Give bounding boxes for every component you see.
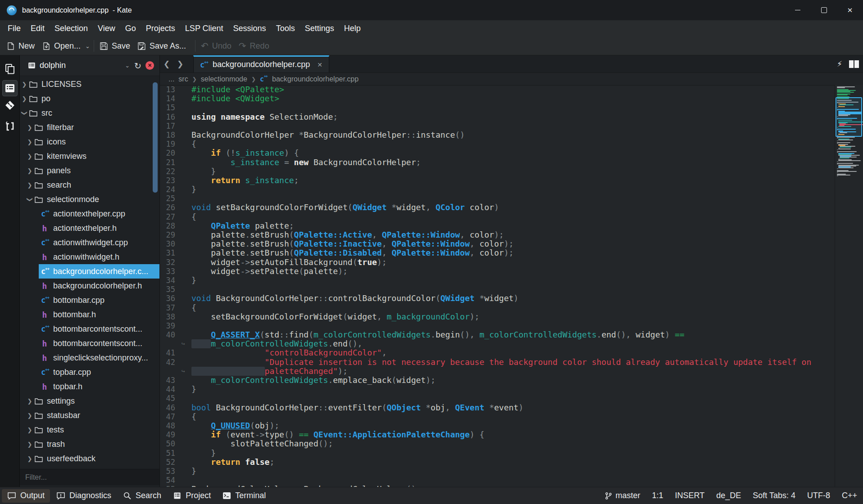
tree-item-trash[interactable]: ❯trash [20,437,159,451]
code-line-38[interactable]: 38 setBackgroundColorForWidget(widget, m… [160,312,835,321]
code-line-41[interactable]: 41 "controlBackgroundColor", [160,348,835,357]
minimap-viewport[interactable] [836,97,862,137]
tree-item-tests[interactable]: ❯tests [20,423,159,437]
tree-item-bottombarcontentscont-[interactable]: c++bottombarcontentscont... [20,322,159,336]
tree-item-backgroundcolorhelper-h[interactable]: hbackgroundcolorhelper.h [20,279,159,293]
code-line-29[interactable]: 29 palette.setBrush(QPalette::Active, QP… [160,230,835,239]
project-header[interactable]: dolphin ⌄ ↻ ✕ [20,55,159,76]
code-line-14[interactable]: 14#include <QWidget> [160,94,835,103]
save-button[interactable]: Save [100,41,130,51]
code-line-20[interactable]: 20 if (!s_instance) { [160,148,835,158]
code-line-22[interactable]: 22 } [160,167,835,176]
code-line-25[interactable]: 25 [160,194,835,203]
filter-input[interactable] [20,469,159,485]
sidebar-tool-git[interactable] [2,97,18,113]
menu-help[interactable]: Help [339,20,366,37]
code-line-19[interactable]: 19{ [160,140,835,148]
tree-item-bottombar-cpp[interactable]: c++bottombar.cpp [20,293,159,307]
code-line-15[interactable]: 15 [160,103,835,112]
tree-item-topbar-cpp[interactable]: c++topbar.cpp [20,365,159,379]
open-button[interactable]: Open... [42,41,81,51]
code-line-32[interactable]: 32 widget->setAutoFillBackground(true); [160,258,835,267]
expand-arrow-icon[interactable]: ❯ [26,412,33,419]
minimap[interactable] [835,85,863,487]
tree-item-backgroundcolorhelper-c-[interactable]: c++backgroundcolorhelper.c... [20,264,159,279]
status-insert[interactable]: INSERT [675,491,705,500]
tab-nav-back-icon[interactable]: ❮ [160,59,173,68]
expand-arrow-icon[interactable]: ❯ [26,455,33,462]
status-de-de[interactable]: de_DE [716,491,741,500]
code-line-13[interactable]: 13#include <QPalette> [160,85,835,94]
tree-item-src[interactable]: ❯src [20,106,159,120]
tree-item-icons[interactable]: ❯icons [20,135,159,149]
menu-tools[interactable]: Tools [271,20,300,37]
menu-view[interactable]: View [93,20,120,37]
code-view[interactable]: 13#include <QPalette>14#include <QWidget… [160,85,835,487]
panel-toggle-search[interactable]: Search [118,489,167,503]
code-line-43[interactable]: 43 m_colorControlledWidgets.emplace_back… [160,376,835,385]
minimize-button[interactable] [785,0,811,20]
menu-lsp-client[interactable]: LSP Client [180,20,228,37]
sidebar-tool-lsp-symbols[interactable] [2,118,18,135]
split-view-icon[interactable] [849,60,859,68]
undo-button[interactable]: ↶ Undo [201,40,232,51]
code-line-30[interactable]: 30 palette.setBrush(QPalette::Inactive, … [160,239,835,248]
tree-item-actiontexthelper-cpp[interactable]: c++actiontexthelper.cpp [20,207,159,221]
tree-item-settings[interactable]: ❯settings [20,394,159,408]
panel-toggle-output[interactable]: Output [2,489,50,503]
code-line-39[interactable]: 39 [160,321,835,330]
quick-open-bolt-icon[interactable]: ⚡ [837,59,842,68]
breadcrumb-segment[interactable]: src [178,75,188,83]
code-line-35[interactable]: 35 [160,285,835,294]
expand-arrow-icon[interactable]: ❯ [26,441,33,448]
tree-item-actiontexthelper-h[interactable]: hactiontexthelper.h [20,221,159,235]
code-line-52[interactable]: 52 return false; [160,458,835,467]
code-line-48[interactable]: 48 Q_UNUSED(obj); [160,421,835,430]
breadcrumb-segment[interactable]: ... [168,75,174,83]
redo-button[interactable]: ↷ Redo [239,40,269,51]
tree-item-statusbar[interactable]: ❯statusbar [20,408,159,423]
code-line-36[interactable]: 36void BackgroundColorHelper::controlBac… [160,294,835,303]
panel-toggle-diagnostics[interactable]: Diagnostics [51,489,117,503]
menu-sessions[interactable]: Sessions [228,20,271,37]
code-line-42[interactable]: 42 "Duplicate insertion is not necessary… [160,358,835,367]
expand-arrow-icon[interactable]: ❯ [21,95,28,102]
code-line-27[interactable]: 27{ [160,212,835,221]
code-wrapped-line[interactable]: ↪m_colorControlledWidgets.end(), [160,339,835,348]
expand-arrow-icon[interactable]: ❯ [26,182,33,189]
tree-item-selectionmode[interactable]: ❯selectionmode [20,192,159,207]
status-soft-tabs-4[interactable]: Soft Tabs: 4 [753,491,795,500]
expand-arrow-icon[interactable]: ❯ [26,153,33,160]
tree-item-bottombar-h[interactable]: hbottombar.h [20,307,159,322]
maximize-button[interactable] [811,0,837,20]
menu-go[interactable]: Go [120,20,141,37]
open-dropdown-caret[interactable]: ⌄ [85,43,90,50]
status-utf-8[interactable]: UTF-8 [807,491,830,500]
expand-arrow-icon[interactable]: ❯ [26,427,33,433]
status-master[interactable]: master [605,491,640,500]
collapse-arrow-icon[interactable]: ❯ [27,196,33,203]
code-line-51[interactable]: 51 } [160,449,835,458]
code-line-47[interactable]: 47{ [160,412,835,421]
code-line-23[interactable]: 23 return s_instance; [160,176,835,185]
code-line-18[interactable]: 18BackgroundColorHelper *BackgroundColor… [160,130,835,140]
code-line-46[interactable]: 46bool BackgroundColorHelper::eventFilte… [160,403,835,412]
code-line-26[interactable]: 26void setBackgroundColorForWidget(QWidg… [160,203,835,212]
breadcrumb-segment[interactable]: backgroundcolorhelper.cpp [272,75,359,83]
menu-edit[interactable]: Edit [26,20,50,37]
code-line-53[interactable]: 53} [160,467,835,476]
tree-item-licenses[interactable]: ❯LICENSES [20,77,159,91]
tree-item-search[interactable]: ❯search [20,178,159,192]
new-button[interactable]: New [6,41,35,51]
project-refresh-icon[interactable]: ↻ [134,61,141,71]
expand-arrow-icon[interactable]: ❯ [26,139,33,145]
save-as-button[interactable]: Save As... [137,41,186,51]
tree-item-topbar-h[interactable]: htopbar.h [20,379,159,394]
expand-arrow-icon[interactable]: ❯ [21,81,28,88]
sidebar-tool-documents[interactable] [2,61,18,77]
tree-item-singleclickselectionproxy-[interactable]: hsingleclickselectionproxy... [20,351,159,365]
close-button[interactable]: ✕ [837,0,863,20]
tree-item-filterbar[interactable]: ❯filterbar [20,120,159,135]
code-line-28[interactable]: 28 QPalette palette; [160,221,835,230]
tree-item-panels[interactable]: ❯panels [20,163,159,178]
